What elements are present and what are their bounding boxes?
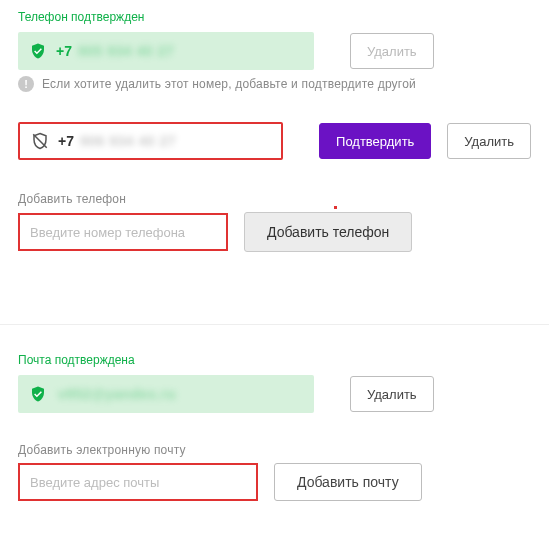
- confirm-phone-button[interactable]: Подтвердить: [319, 123, 431, 159]
- delete-pending-phone-button[interactable]: Удалить: [447, 123, 531, 159]
- confirmed-email-box: v952@yandex.ru: [18, 375, 314, 413]
- phone-prefix: +7: [58, 133, 74, 149]
- add-email-button[interactable]: Добавить почту: [274, 463, 422, 501]
- shield-check-icon: [28, 41, 48, 61]
- error-dot: [334, 206, 337, 209]
- delete-hint-text: Если хотите удалить этот номер, добавьте…: [42, 77, 416, 91]
- info-icon: !: [18, 76, 34, 92]
- section-divider: [0, 324, 549, 325]
- delete-email-button[interactable]: Удалить: [350, 376, 434, 412]
- add-phone-label: Добавить телефон: [18, 192, 531, 206]
- email-confirmed-label: Почта подтверждена: [18, 353, 531, 367]
- confirmed-phone-box: +7 905 934 40 27: [18, 32, 314, 70]
- delete-confirmed-phone-button: Удалить: [350, 33, 434, 69]
- phone-masked: 906 934 40 27: [80, 133, 176, 149]
- add-phone-button[interactable]: Добавить телефон: [244, 212, 412, 252]
- pending-phone-box: +7 906 934 40 27: [18, 122, 283, 160]
- phone-masked: 905 934 40 27: [78, 43, 174, 59]
- add-email-label: Добавить электронную почту: [18, 443, 531, 457]
- phone-confirmed-label: Телефон подтвержден: [18, 10, 531, 24]
- add-phone-input[interactable]: [18, 213, 228, 251]
- phone-prefix: +7: [56, 43, 72, 59]
- shield-check-icon: [28, 384, 48, 404]
- add-email-input[interactable]: [18, 463, 258, 501]
- shield-off-icon: [30, 131, 50, 151]
- email-masked: v952@yandex.ru: [58, 386, 176, 402]
